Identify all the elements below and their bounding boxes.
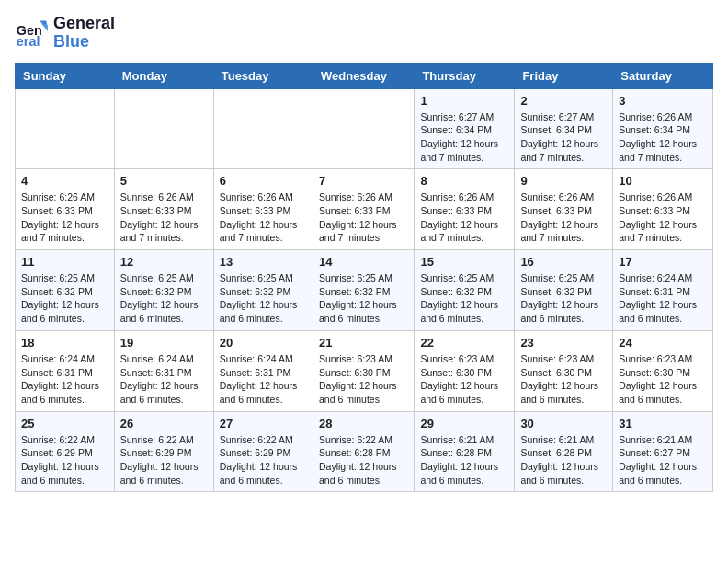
calendar-cell: 6Sunrise: 6:26 AM Sunset: 6:33 PM Daylig… — [213, 169, 313, 250]
weekday-header-monday: Monday — [114, 63, 213, 88]
calendar-cell: 25Sunrise: 6:22 AM Sunset: 6:29 PM Dayli… — [16, 411, 115, 492]
calendar-cell: 24Sunrise: 6:23 AM Sunset: 6:30 PM Dayli… — [613, 330, 713, 411]
day-number: 29 — [420, 417, 508, 431]
day-number: 21 — [319, 336, 408, 350]
day-info: Sunrise: 6:26 AM Sunset: 6:33 PM Dayligh… — [319, 190, 408, 245]
weekday-header-row: SundayMondayTuesdayWednesdayThursdayFrid… — [16, 63, 713, 88]
calendar-week-4: 18Sunrise: 6:24 AM Sunset: 6:31 PM Dayli… — [16, 330, 713, 411]
day-info: Sunrise: 6:26 AM Sunset: 6:33 PM Dayligh… — [21, 190, 108, 245]
calendar-cell: 12Sunrise: 6:25 AM Sunset: 6:32 PM Dayli… — [114, 250, 213, 331]
calendar-cell: 11Sunrise: 6:25 AM Sunset: 6:32 PM Dayli… — [16, 250, 115, 331]
calendar-cell: 27Sunrise: 6:22 AM Sunset: 6:29 PM Dayli… — [213, 411, 313, 492]
weekday-header-saturday: Saturday — [613, 63, 713, 88]
day-info: Sunrise: 6:21 AM Sunset: 6:28 PM Dayligh… — [520, 433, 607, 488]
day-info: Sunrise: 6:26 AM Sunset: 6:33 PM Dayligh… — [120, 190, 208, 245]
calendar-cell: 30Sunrise: 6:21 AM Sunset: 6:28 PM Dayli… — [515, 411, 613, 492]
day-info: Sunrise: 6:24 AM Sunset: 6:31 PM Dayligh… — [120, 352, 208, 407]
day-info: Sunrise: 6:23 AM Sunset: 6:30 PM Dayligh… — [319, 352, 408, 407]
day-number: 23 — [520, 336, 607, 350]
calendar-cell — [213, 88, 313, 169]
calendar-cell: 10Sunrise: 6:26 AM Sunset: 6:33 PM Dayli… — [613, 169, 713, 250]
calendar-cell: 7Sunrise: 6:26 AM Sunset: 6:33 PM Daylig… — [313, 169, 414, 250]
calendar-week-2: 4Sunrise: 6:26 AM Sunset: 6:33 PM Daylig… — [16, 169, 713, 250]
day-info: Sunrise: 6:27 AM Sunset: 6:34 PM Dayligh… — [420, 110, 508, 165]
calendar-cell: 28Sunrise: 6:22 AM Sunset: 6:28 PM Dayli… — [313, 411, 414, 492]
day-number: 4 — [21, 174, 108, 188]
day-number: 22 — [420, 336, 508, 350]
day-number: 19 — [120, 336, 208, 350]
calendar-cell: 3Sunrise: 6:26 AM Sunset: 6:34 PM Daylig… — [613, 88, 713, 169]
svg-text:eral: eral — [17, 34, 40, 49]
weekday-header-tuesday: Tuesday — [213, 63, 313, 88]
day-number: 14 — [319, 255, 408, 269]
day-number: 27 — [220, 417, 307, 431]
day-number: 3 — [619, 94, 707, 108]
calendar-cell: 13Sunrise: 6:25 AM Sunset: 6:32 PM Dayli… — [213, 250, 313, 331]
calendar-cell: 26Sunrise: 6:22 AM Sunset: 6:29 PM Dayli… — [114, 411, 213, 492]
logo-text: General Blue — [53, 15, 115, 52]
weekday-header-thursday: Thursday — [415, 63, 515, 88]
calendar-cell: 29Sunrise: 6:21 AM Sunset: 6:28 PM Dayli… — [415, 411, 515, 492]
day-number: 5 — [120, 174, 208, 188]
day-number: 1 — [420, 94, 508, 108]
day-number: 15 — [420, 255, 508, 269]
weekday-header-friday: Friday — [515, 63, 613, 88]
day-info: Sunrise: 6:25 AM Sunset: 6:32 PM Dayligh… — [21, 271, 108, 326]
day-info: Sunrise: 6:26 AM Sunset: 6:33 PM Dayligh… — [220, 190, 307, 245]
calendar-cell — [313, 88, 414, 169]
calendar-cell: 19Sunrise: 6:24 AM Sunset: 6:31 PM Dayli… — [114, 330, 213, 411]
logo: Gen eral General Blue — [15, 15, 115, 52]
day-info: Sunrise: 6:23 AM Sunset: 6:30 PM Dayligh… — [420, 352, 508, 407]
day-info: Sunrise: 6:27 AM Sunset: 6:34 PM Dayligh… — [520, 110, 607, 165]
calendar-cell: 17Sunrise: 6:24 AM Sunset: 6:31 PM Dayli… — [613, 250, 713, 331]
day-number: 9 — [520, 174, 607, 188]
day-number: 12 — [120, 255, 208, 269]
day-number: 11 — [21, 255, 108, 269]
day-info: Sunrise: 6:25 AM Sunset: 6:32 PM Dayligh… — [520, 271, 607, 326]
day-number: 7 — [319, 174, 408, 188]
day-number: 8 — [420, 174, 508, 188]
day-info: Sunrise: 6:24 AM Sunset: 6:31 PM Dayligh… — [220, 352, 307, 407]
calendar-cell — [16, 88, 115, 169]
day-info: Sunrise: 6:25 AM Sunset: 6:32 PM Dayligh… — [319, 271, 408, 326]
calendar-cell: 22Sunrise: 6:23 AM Sunset: 6:30 PM Dayli… — [415, 330, 515, 411]
day-info: Sunrise: 6:23 AM Sunset: 6:30 PM Dayligh… — [619, 352, 707, 407]
day-info: Sunrise: 6:22 AM Sunset: 6:28 PM Dayligh… — [319, 433, 408, 488]
day-info: Sunrise: 6:23 AM Sunset: 6:30 PM Dayligh… — [520, 352, 607, 407]
day-info: Sunrise: 6:22 AM Sunset: 6:29 PM Dayligh… — [21, 433, 108, 488]
day-info: Sunrise: 6:26 AM Sunset: 6:33 PM Dayligh… — [520, 190, 607, 245]
day-number: 30 — [520, 417, 607, 431]
calendar-cell: 8Sunrise: 6:26 AM Sunset: 6:33 PM Daylig… — [415, 169, 515, 250]
day-info: Sunrise: 6:22 AM Sunset: 6:29 PM Dayligh… — [220, 433, 307, 488]
day-info: Sunrise: 6:26 AM Sunset: 6:33 PM Dayligh… — [619, 190, 707, 245]
day-number: 18 — [21, 336, 108, 350]
calendar-cell: 4Sunrise: 6:26 AM Sunset: 6:33 PM Daylig… — [16, 169, 115, 250]
day-number: 24 — [619, 336, 707, 350]
day-number: 17 — [619, 255, 707, 269]
day-info: Sunrise: 6:24 AM Sunset: 6:31 PM Dayligh… — [21, 352, 108, 407]
calendar-week-1: 1Sunrise: 6:27 AM Sunset: 6:34 PM Daylig… — [16, 88, 713, 169]
calendar-cell — [114, 88, 213, 169]
day-info: Sunrise: 6:21 AM Sunset: 6:27 PM Dayligh… — [619, 433, 707, 488]
calendar-table: SundayMondayTuesdayWednesdayThursdayFrid… — [15, 63, 713, 493]
day-info: Sunrise: 6:26 AM Sunset: 6:33 PM Dayligh… — [420, 190, 508, 245]
calendar-cell: 14Sunrise: 6:25 AM Sunset: 6:32 PM Dayli… — [313, 250, 414, 331]
weekday-header-sunday: Sunday — [16, 63, 115, 88]
calendar-cell: 20Sunrise: 6:24 AM Sunset: 6:31 PM Dayli… — [213, 330, 313, 411]
day-number: 6 — [220, 174, 307, 188]
calendar-cell: 9Sunrise: 6:26 AM Sunset: 6:33 PM Daylig… — [515, 169, 613, 250]
day-info: Sunrise: 6:22 AM Sunset: 6:29 PM Dayligh… — [120, 433, 208, 488]
calendar-cell: 15Sunrise: 6:25 AM Sunset: 6:32 PM Dayli… — [415, 250, 515, 331]
calendar-cell: 31Sunrise: 6:21 AM Sunset: 6:27 PM Dayli… — [613, 411, 713, 492]
day-number: 28 — [319, 417, 408, 431]
calendar-cell: 16Sunrise: 6:25 AM Sunset: 6:32 PM Dayli… — [515, 250, 613, 331]
day-number: 25 — [21, 417, 108, 431]
calendar-week-3: 11Sunrise: 6:25 AM Sunset: 6:32 PM Dayli… — [16, 250, 713, 331]
day-info: Sunrise: 6:25 AM Sunset: 6:32 PM Dayligh… — [420, 271, 508, 326]
day-info: Sunrise: 6:21 AM Sunset: 6:28 PM Dayligh… — [420, 433, 508, 488]
calendar-cell: 21Sunrise: 6:23 AM Sunset: 6:30 PM Dayli… — [313, 330, 414, 411]
day-info: Sunrise: 6:25 AM Sunset: 6:32 PM Dayligh… — [120, 271, 208, 326]
calendar-cell: 18Sunrise: 6:24 AM Sunset: 6:31 PM Dayli… — [16, 330, 115, 411]
page-header: Gen eral General Blue — [15, 15, 713, 52]
calendar-week-5: 25Sunrise: 6:22 AM Sunset: 6:29 PM Dayli… — [16, 411, 713, 492]
